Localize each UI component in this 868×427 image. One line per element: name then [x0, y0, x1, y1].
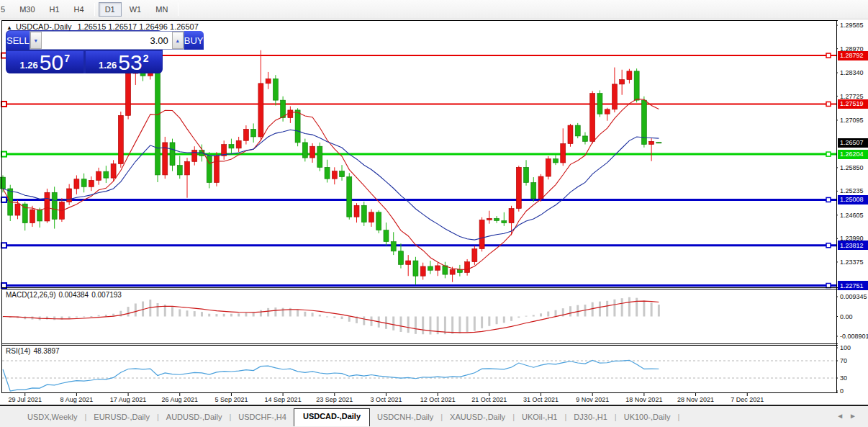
date-label: 17 Aug 2021	[110, 396, 147, 403]
buy-price-sup: 2	[143, 53, 149, 64]
date-label: 31 Oct 2021	[523, 396, 559, 403]
sell-price-display[interactable]: 1.26 50 7	[6, 51, 83, 73]
date-label: 26 Aug 2021	[161, 396, 198, 403]
tab-scroll-arrows[interactable]: ◄►	[836, 412, 862, 420]
price-tick-label: 1.24605	[840, 212, 864, 219]
macd-current-value: 0.004384	[58, 291, 89, 299]
volume-input[interactable]	[42, 32, 172, 49]
tab-scroll-right-icon[interactable]: ►	[849, 412, 862, 420]
level-handle-right-1.26204[interactable]	[826, 152, 831, 156]
buy-button[interactable]: BUY	[184, 31, 204, 50]
rsi-scale-label: 30	[840, 374, 847, 382]
volume-increase-button[interactable]: ▲	[172, 32, 184, 49]
rsi-indicator-label: RSI(14)48.3897	[6, 347, 63, 355]
date-label: 28 Nov 2021	[677, 396, 714, 403]
tab-separator: |	[678, 413, 680, 421]
level-handle-right-1.23812[interactable]	[826, 243, 831, 248]
level-badge-1.26204: 1.26204	[838, 150, 868, 159]
tab-dj30-h1[interactable]: DJ30-,H1	[566, 413, 614, 421]
tab-ukoil-h1[interactable]: UKOil-,H1	[515, 413, 565, 421]
price-tick-label: 1.23375	[840, 259, 864, 266]
tab-usdcad-daily[interactable]: USDCAD-,Daily	[294, 408, 370, 426]
rsi-scale-label: 0	[840, 387, 844, 395]
level-badge-1.22751: 1.22751	[838, 281, 868, 290]
date-label: 7 Dec 2021	[731, 396, 764, 403]
volume-spinner: ▼ ▲	[30, 31, 184, 50]
date-label: 5 Sep 2021	[214, 396, 248, 403]
date-label: 3 Oct 2021	[370, 396, 402, 403]
sell-price-big: 50	[40, 53, 63, 73]
tab-xauusd-daily[interactable]: XAUUSD-,Daily	[443, 413, 512, 421]
date-label: 9 Nov 2021	[576, 396, 609, 403]
sell-price-prefix: 1.26	[20, 60, 38, 71]
level-badge-1.25008: 1.25008	[838, 195, 868, 204]
level-handle-left-1.25008[interactable]	[1, 197, 6, 202]
date-label: 12 Oct 2021	[420, 396, 456, 403]
macd-scale-label: 0.009345	[840, 293, 867, 300]
date-label: 29 Jul 2021	[8, 396, 42, 403]
tab-eurusd-daily[interactable]: EURUSD-,Daily	[86, 413, 157, 421]
sell-button[interactable]: SELL	[6, 31, 30, 50]
buy-price-prefix: 1.26	[99, 60, 117, 71]
macd-scale-label: 0.00	[840, 313, 853, 320]
tab-audusd-daily[interactable]: AUDUSD-,Daily	[159, 413, 230, 421]
tab-uk100-daily[interactable]: UK100-,Daily	[617, 413, 678, 421]
date-label: 14 Sep 2021	[265, 396, 302, 403]
price-tick-label: 1.27095	[840, 117, 864, 124]
symbol-tab-bar: USDX,Weekly|EURUSD-,Daily|AUDUSD-,Daily|…	[0, 405, 868, 427]
date-label: 18 Nov 2021	[625, 396, 662, 403]
price-tick-label: 1.25850	[840, 164, 864, 171]
price-tick-label: 1.28340	[840, 69, 864, 76]
volume-decrease-button[interactable]: ▼	[30, 32, 42, 49]
level-handle-left-1.23812[interactable]	[1, 243, 6, 248]
sell-price-sup: 7	[64, 53, 70, 64]
macd-signal-value: 0.007193	[91, 291, 122, 299]
tab-usdchf-h4[interactable]: USDCHF-,H4	[231, 413, 294, 421]
tab-scroll-left-icon[interactable]: ◄	[836, 412, 849, 420]
macd-scale-label: -0.008901	[840, 333, 868, 340]
price-tick-label: 1.25235	[840, 187, 864, 194]
trading-platform-window: 5M30H1H4D1W1MN ▲USDCAD-,Daily1.26515 1.2…	[0, 0, 868, 427]
macd-name: MACD(12,26,9)	[6, 291, 55, 299]
price-tick-label: 1.29585	[840, 22, 864, 29]
macd-indicator-label: MACD(12,26,9)0.0043840.007193	[6, 291, 125, 299]
current-price-badge: 1.26507	[838, 138, 868, 148]
date-label: 8 Aug 2021	[60, 396, 94, 403]
tab-usdcnh-daily[interactable]: USDCNH-,Daily	[370, 413, 440, 421]
level-handle-right-1.22751[interactable]	[826, 284, 831, 288]
level-handle-right-1.27519[interactable]	[826, 102, 831, 106]
level-handle-left-1.26204[interactable]	[1, 152, 6, 157]
rsi-current-value: 48.3897	[33, 347, 59, 355]
buy-price-display[interactable]: 1.26 53 2	[86, 51, 163, 73]
level-handle-right-1.28792[interactable]	[826, 53, 831, 58]
level-badge-1.23812: 1.23812	[838, 241, 868, 250]
buy-price-big: 53	[118, 53, 142, 73]
date-label: 23 Sep 2021	[316, 396, 353, 403]
date-label: 21 Oct 2021	[471, 396, 507, 403]
level-handle-left-1.22751[interactable]	[1, 283, 6, 288]
level-handle-right-1.25008[interactable]	[826, 197, 831, 202]
one-click-trading-panel: SELL ▼ ▲ BUY 1.26 50 7 1.26 53 2	[6, 30, 163, 73]
level-badge-1.27519: 1.27519	[838, 99, 868, 109]
rsi-scale-label: 70	[840, 357, 847, 364]
price-scale: 1.295851.289701.283401.277251.270951.258…	[838, 20, 868, 393]
tab-usdx-weekly[interactable]: USDX,Weekly	[20, 413, 84, 421]
level-handle-left-1.27519[interactable]	[1, 102, 6, 107]
level-badge-1.28792: 1.28792	[838, 51, 868, 60]
rsi-name: RSI(14)	[6, 347, 30, 355]
rsi-scale-label: 100	[840, 344, 851, 351]
